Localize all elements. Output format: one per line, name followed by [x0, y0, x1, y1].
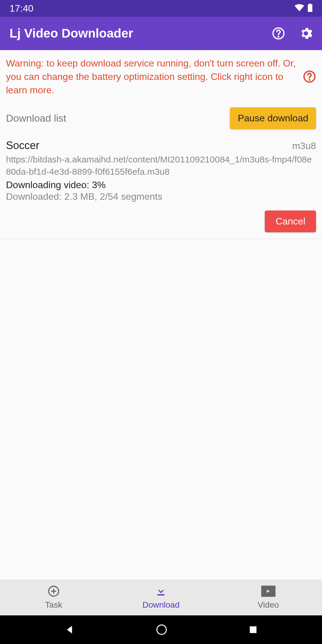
svg-rect-11	[262, 587, 263, 588]
content-area	[0, 239, 322, 580]
status-bar: 17:40	[0, 0, 322, 17]
app-bar: Lj Video Downloader	[0, 17, 322, 50]
svg-rect-26	[250, 626, 256, 633]
svg-rect-22	[270, 595, 271, 596]
warning-text: Warning: to keep download service runnin…	[6, 57, 298, 97]
svg-rect-20	[266, 595, 267, 596]
download-item[interactable]: Soccer m3u8 https://bitdash-a.akamaihd.n…	[0, 133, 322, 239]
pause-download-button[interactable]: Pause download	[230, 107, 316, 129]
warning-section: Warning: to keep download service runnin…	[0, 50, 322, 103]
svg-rect-23	[272, 595, 273, 596]
svg-point-3	[278, 36, 279, 37]
svg-rect-14	[268, 587, 269, 588]
list-header: Download list Pause download	[0, 103, 322, 133]
download-format: m3u8	[292, 140, 316, 151]
status-time: 17:40	[10, 3, 33, 14]
video-icon	[261, 585, 275, 598]
recents-button[interactable]	[249, 625, 258, 634]
nav-download[interactable]: Download	[107, 580, 215, 615]
svg-point-25	[157, 625, 166, 634]
download-icon	[155, 585, 167, 598]
svg-rect-19	[264, 595, 265, 596]
svg-rect-1	[308, 4, 312, 12]
svg-rect-21	[268, 595, 269, 596]
app-title: Lj Video Downloader	[10, 26, 272, 41]
svg-point-5	[309, 80, 310, 80]
svg-rect-12	[264, 587, 265, 588]
list-title: Download list	[6, 112, 66, 124]
nav-task[interactable]: Task	[0, 580, 107, 615]
download-progress: Downloading video: 3%	[6, 179, 316, 191]
settings-icon[interactable]	[299, 27, 312, 40]
bottom-nav: Task Download Video	[0, 580, 322, 615]
svg-rect-18	[262, 595, 263, 596]
back-button[interactable]	[64, 625, 75, 635]
svg-rect-0	[309, 4, 311, 4]
wifi-icon	[295, 4, 304, 13]
svg-rect-16	[272, 587, 273, 588]
download-url: https://bitdash-a.akamaihd.net/content/M…	[6, 154, 316, 178]
svg-rect-17	[274, 587, 275, 588]
nav-video-label: Video	[258, 600, 279, 610]
battery-icon	[308, 4, 312, 13]
download-stats: Downloaded: 2.3 MB, 2/54 segments	[6, 191, 316, 202]
nav-download-label: Download	[143, 600, 180, 610]
svg-rect-9	[157, 594, 164, 595]
svg-rect-15	[270, 587, 271, 588]
download-title: Soccer	[6, 139, 39, 152]
warning-help-icon[interactable]	[303, 70, 316, 83]
svg-rect-24	[274, 595, 275, 596]
nav-video[interactable]: Video	[215, 580, 322, 615]
home-button[interactable]	[156, 624, 167, 635]
nav-task-label: Task	[45, 600, 62, 610]
status-icons	[295, 4, 312, 13]
add-circle-icon	[48, 585, 60, 598]
system-nav	[0, 615, 322, 644]
svg-rect-13	[266, 587, 267, 588]
cancel-button[interactable]: Cancel	[265, 210, 316, 232]
help-icon[interactable]	[272, 27, 285, 40]
